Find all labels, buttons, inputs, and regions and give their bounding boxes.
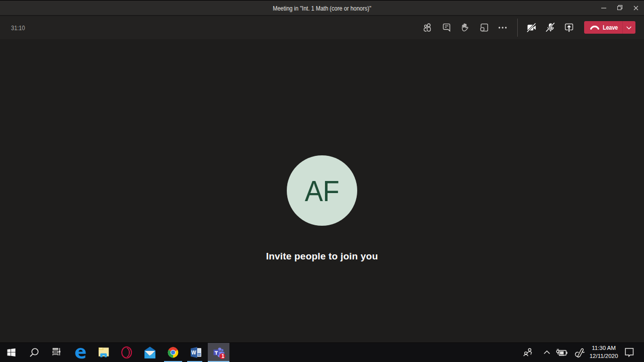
svg-text:1: 1 bbox=[221, 353, 224, 359]
svg-text:W: W bbox=[191, 350, 196, 355]
